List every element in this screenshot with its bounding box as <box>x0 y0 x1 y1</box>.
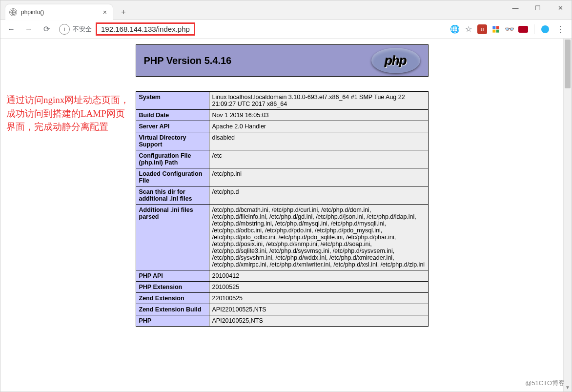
recorder-ext-icon[interactable] <box>518 24 528 34</box>
php-version-title: PHP Version 5.4.16 <box>144 55 232 66</box>
row-value: 20100525 <box>209 282 428 293</box>
row-label: Zend Extension <box>136 293 209 304</box>
row-value: API20100525,NTS <box>209 315 428 327</box>
row-value: 20100412 <box>209 270 428 282</box>
page-viewport: 通过访问nginx网址动态页面，成功访问到搭建的LAMP网页界面，完成动静分离配… <box>0 39 572 392</box>
table-row: PHP API20100412 <box>136 270 428 282</box>
row-value: Nov 1 2019 16:05:03 <box>209 110 428 121</box>
svg-rect-1 <box>492 26 495 29</box>
row-label: Configuration File (php.ini) Path <box>136 150 209 168</box>
phpinfo-header: PHP Version 5.4.16 php <box>136 44 429 77</box>
svg-rect-3 <box>492 29 495 32</box>
table-row: Virtual Directory Supportdisabled <box>136 132 428 150</box>
row-label: Build Date <box>136 110 209 121</box>
table-row: Build DateNov 1 2019 16:05:03 <box>136 110 428 121</box>
row-value: disabled <box>209 132 428 150</box>
browser-menu-button[interactable]: ⋮ <box>554 22 568 36</box>
table-row: Configuration File (php.ini) Path/etc <box>136 150 428 168</box>
row-label: Additional .ini files parsed <box>136 205 209 270</box>
browser-tab[interactable]: phpinfo() × <box>5 4 113 20</box>
table-row: PHP Extension20100525 <box>136 282 428 293</box>
svg-rect-4 <box>496 29 499 32</box>
table-row: Additional .ini files parsed/etc/php.d/b… <box>136 205 428 270</box>
back-button[interactable]: ← <box>4 22 18 36</box>
site-info-icon[interactable]: i <box>59 24 70 35</box>
browser-window: phpinfo() × + — ☐ ✕ ← → ⟳ i 不安全 192.168.… <box>0 0 572 392</box>
row-label: PHP Extension <box>136 282 209 293</box>
incognito-ext-icon[interactable]: 👓 <box>505 24 514 34</box>
table-row: Server APIApache 2.0 Handler <box>136 121 428 132</box>
table-row: SystemLinux localhost.localdomain 3.10.0… <box>136 92 428 110</box>
separator <box>534 24 534 34</box>
table-row: Loaded Configuration File/etc/php.ini <box>136 168 428 186</box>
row-label: Zend Extension Build <box>136 304 209 315</box>
ublock-icon[interactable]: u <box>477 24 487 34</box>
watermark: @51CTO博客 <box>525 379 565 388</box>
annotation-text: 通过访问nginx网址动态页面，成功访问到搭建的LAMP网页界面，完成动静分离配… <box>6 93 133 134</box>
row-value: Apache 2.0 Handler <box>209 121 428 132</box>
row-label: Loaded Configuration File <box>136 168 209 186</box>
row-value: Linux localhost.localdomain 3.10.0-693.e… <box>209 92 428 110</box>
phpinfo-table: SystemLinux localhost.localdomain 3.10.0… <box>136 91 429 327</box>
globe-icon <box>9 8 17 16</box>
row-value: /etc/php.ini <box>209 168 428 186</box>
reload-button[interactable]: ⟳ <box>40 22 53 36</box>
tab-title: phpinfo() <box>21 9 97 16</box>
table-row: Scan this dir for additional .ini files/… <box>136 186 428 205</box>
window-close-button[interactable]: ✕ <box>549 0 572 15</box>
row-value: /etc <box>209 150 428 168</box>
row-label: Server API <box>136 121 209 132</box>
forward-button[interactable]: → <box>22 22 36 36</box>
row-label: PHP <box>136 315 209 327</box>
browser-toolbar: ← → ⟳ i 不安全 192.168.144.133/index.php 🌐 … <box>0 20 572 39</box>
window-maximize-button[interactable]: ☐ <box>527 0 549 15</box>
url-text[interactable]: 192.168.144.133/index.php <box>96 22 195 36</box>
tab-close-icon[interactable]: × <box>101 8 109 16</box>
row-label: Virtual Directory Support <box>136 132 209 150</box>
window-minimize-button[interactable]: — <box>504 0 527 15</box>
svg-rect-2 <box>496 26 499 29</box>
row-label: PHP API <box>136 270 209 282</box>
translate-icon[interactable]: 🌐 <box>450 24 460 34</box>
insecure-label: 不安全 <box>73 25 92 34</box>
scrollbar[interactable]: ▲ ▼ <box>563 39 572 392</box>
row-value: API220100525,NTS <box>209 304 428 315</box>
google-ext-icon[interactable] <box>491 24 501 34</box>
row-value: /etc/php.d/bcmath.ini, /etc/php.d/curl.i… <box>209 205 428 270</box>
php-logo-text: php <box>385 53 407 68</box>
bookmark-icon[interactable]: ☆ <box>464 24 473 34</box>
row-label: System <box>136 92 209 110</box>
row-label: Scan this dir for additional .ini files <box>136 186 209 205</box>
titlebar: phpinfo() × + — ☐ ✕ <box>0 0 572 20</box>
row-value: 220100525 <box>209 293 428 304</box>
new-tab-button[interactable]: + <box>118 6 129 18</box>
scroll-thumb[interactable] <box>565 40 571 88</box>
scroll-down-icon[interactable]: ▼ <box>564 383 572 392</box>
page-content: 通过访问nginx网址动态页面，成功访问到搭建的LAMP网页界面，完成动静分离配… <box>0 39 563 392</box>
table-row: PHPAPI20100525,NTS <box>136 315 428 327</box>
row-value: /etc/php.d <box>209 186 428 205</box>
blue-ext-icon[interactable] <box>540 24 550 34</box>
table-row: Zend Extension220100525 <box>136 293 428 304</box>
table-row: Zend Extension BuildAPI220100525,NTS <box>136 304 428 315</box>
address-bar[interactable]: i 不安全 192.168.144.133/index.php <box>59 22 195 36</box>
phpinfo-container: PHP Version 5.4.16 php SystemLinux local… <box>136 44 429 392</box>
php-logo: php <box>371 48 420 73</box>
